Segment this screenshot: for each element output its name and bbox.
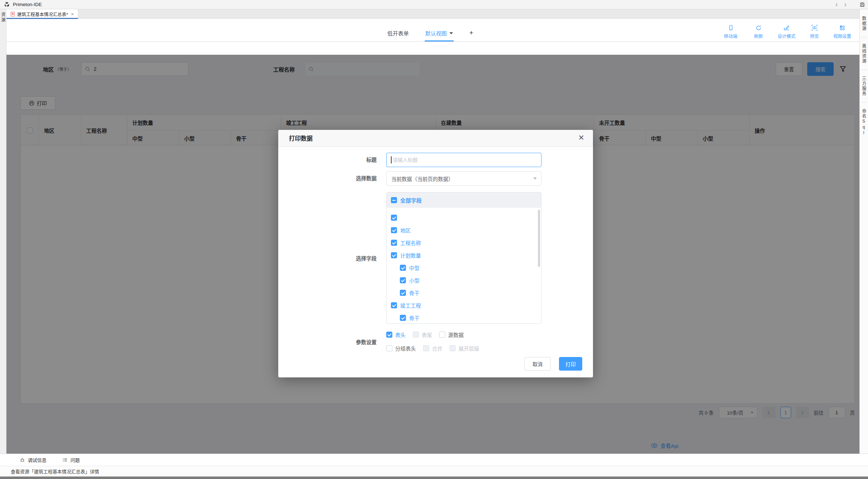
chevron-left-icon[interactable]: [832, 0, 841, 9]
param-expand-levels: 展开层级: [450, 344, 479, 352]
params-row: 参数设置 表头 表尾 源数据 分组表头 合并 展开层级: [278, 329, 593, 356]
checkbox-icon[interactable]: [386, 345, 392, 351]
view-settings-button[interactable]: 视图设置: [833, 24, 852, 39]
field-label: 工程名称: [400, 239, 421, 246]
checkbox-icon[interactable]: [391, 215, 397, 221]
field-label: 中型: [409, 264, 420, 272]
view-settings-icon: [839, 24, 845, 31]
checkbox-icon[interactable]: [391, 302, 397, 308]
tab-default-view[interactable]: 默认视图: [425, 29, 453, 41]
field-label: 地区: [400, 226, 411, 234]
checkbox-icon[interactable]: [391, 227, 397, 233]
checkbox-icon[interactable]: [439, 332, 445, 338]
preview-button[interactable]: 预览: [805, 24, 824, 39]
checkbox-icon[interactable]: [400, 265, 406, 271]
confirm-print-button[interactable]: 打印: [559, 357, 582, 371]
field-tree-item-completed[interactable]: 竣工工程: [387, 299, 541, 312]
field-label: 小型: [409, 277, 420, 284]
design-mode-icon: [784, 24, 790, 31]
all-fields-label: 全部字段: [400, 196, 422, 204]
mobile-icon: [728, 24, 734, 31]
data-select[interactable]: 当前数据（当前页的数据）: [386, 171, 541, 186]
scrollbar-thumb[interactable]: [538, 210, 540, 267]
param-table-header[interactable]: 表头: [386, 331, 406, 338]
field-tree-item[interactable]: [387, 211, 541, 224]
view-settings-button-label: 视图设置: [833, 33, 851, 39]
add-view-button[interactable]: +: [469, 29, 474, 41]
dialog-header: 打印数据 ✕: [278, 130, 593, 147]
field-tree-item-planned-medium[interactable]: 中型: [387, 262, 541, 274]
param-label: 表尾: [422, 331, 432, 338]
title-field-label: 标题: [278, 153, 377, 167]
checkbox-icon[interactable]: [391, 252, 397, 258]
divider: [861, 70, 867, 70]
tab-title: 建筑工程基本情况汇总表*: [17, 11, 68, 18]
field-tree-item-planned-backbone[interactable]: 骨干: [387, 287, 541, 299]
right-rail-item-third-party-services[interactable]: 三方服务: [861, 73, 867, 99]
refresh-button[interactable]: 刷新: [749, 24, 768, 39]
tab-summary-report[interactable]: 建筑工程基本情况汇总表* ×: [6, 9, 78, 19]
app-logo-icon: [4, 1, 10, 8]
cancel-button[interactable]: 取消: [524, 357, 551, 371]
field-label: 竣工工程: [400, 302, 421, 309]
all-fields-row[interactable]: 全部字段: [387, 192, 541, 208]
refresh-icon: [756, 24, 761, 31]
dialog-title: 打印数据: [289, 134, 313, 142]
preview-button-label: 预览: [810, 33, 819, 39]
right-rail-item-offline-resources[interactable]: 离线资源: [861, 40, 867, 67]
status-text: 查看资源「建筑工程基本情况汇总表」详情: [11, 468, 99, 475]
data-select-value: 当前数据（当前页的数据）: [391, 175, 453, 182]
tab-default-view-label: 默认视图: [425, 29, 447, 37]
toolbar-actions: 移动端 刷新 设计模式 预览 视图设置: [721, 24, 852, 39]
field-tree-item-planned[interactable]: 计划数量: [387, 249, 541, 262]
close-icon[interactable]: ×: [71, 12, 74, 16]
refresh-button-label: 刷新: [754, 33, 763, 39]
save-icon[interactable]: [858, 0, 867, 9]
right-rail-item-named-sql[interactable]: 命名Sql: [861, 106, 867, 139]
tab-low-code-form[interactable]: 低开表单: [387, 29, 410, 41]
field-tree-item-project[interactable]: 工程名称: [387, 236, 541, 249]
field-label: 骨干: [409, 289, 420, 297]
list-icon: [62, 457, 68, 463]
field-tree-item-region[interactable]: 地区: [387, 224, 541, 236]
param-source-data[interactable]: 源数据: [439, 331, 464, 338]
problems-tab[interactable]: 问题: [62, 456, 80, 463]
view-toolbar: 低开表单 默认视图 + 移动端 刷新 设计模式 预览: [6, 19, 859, 42]
checkbox-icon: [450, 345, 456, 351]
checkbox-icon[interactable]: [400, 277, 406, 283]
field-tree-list: 地区 工程名称 计划数量 中型 小型 骨干 竣工工程 骨干: [387, 208, 541, 324]
param-label: 分组表头: [395, 344, 416, 352]
bottom-panel-bar: 调试信息 问题: [0, 454, 868, 466]
checkbox-icon[interactable]: [400, 290, 406, 296]
field-tree-item-completed-backbone[interactable]: 骨干: [387, 312, 541, 324]
status-bar: 查看资源「建筑工程基本情况汇总表」详情: [0, 466, 868, 476]
app-window: Primeton-IDE 资源 数据源 离线资源 三方服务 命名Sql: [0, 0, 868, 479]
close-icon[interactable]: ✕: [578, 134, 584, 141]
checkbox-icon: [423, 345, 429, 351]
right-rail-item-datasource[interactable]: 数据源: [861, 13, 867, 34]
bottom-strip: [0, 476, 868, 479]
params-label: 参数设置: [278, 329, 377, 356]
debug-icon: [20, 457, 25, 463]
checkbox-icon[interactable]: [400, 315, 406, 321]
debug-info-tab[interactable]: 调试信息: [20, 456, 46, 463]
chevron-right-icon[interactable]: [841, 0, 849, 9]
checkbox-icon[interactable]: [391, 240, 397, 246]
design-mode-button[interactable]: 设计模式: [777, 24, 796, 39]
param-label: 源数据: [448, 331, 464, 338]
field-tree-item-planned-small[interactable]: 小型: [387, 274, 541, 287]
chevron-down-icon: [533, 177, 537, 181]
content-top-strip: [6, 42, 859, 55]
divider: [861, 102, 867, 103]
checkbox-icon[interactable]: [386, 332, 392, 338]
param-label: 合并: [432, 344, 442, 352]
all-fields-checkbox[interactable]: [391, 197, 397, 203]
fields-row: 选择字段 全部字段 地区 工程名称 计划数量 中型 小型 骨干: [278, 192, 593, 324]
param-label: 展开层级: [458, 344, 479, 352]
mobile-button[interactable]: 移动端: [721, 24, 740, 39]
title-input[interactable]: [386, 153, 541, 167]
param-group-header[interactable]: 分组表头: [386, 344, 416, 352]
left-rail-resources-tab[interactable]: 资源: [0, 12, 6, 23]
editor-tab-bar: 建筑工程基本情况汇总表* ×: [6, 9, 859, 19]
problems-label: 问题: [70, 456, 80, 463]
